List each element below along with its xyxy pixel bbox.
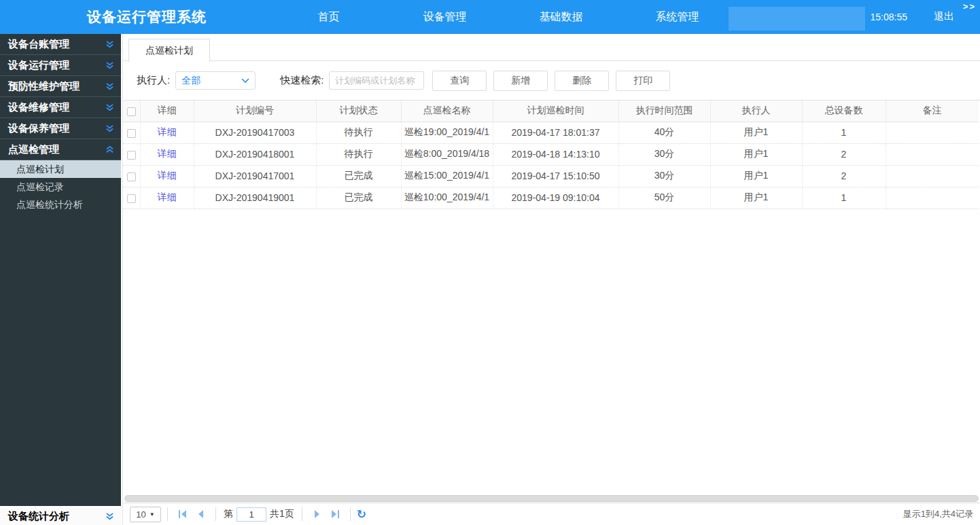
sidebar: 设备台账管理 设备运行管理 预防性维护管理 设备维修管理 设备保养管理 点巡检管… [0,34,122,525]
cell-range: 40分 [618,122,710,143]
nav-item-equipment[interactable]: 设备管理 [387,0,503,34]
row-checkbox[interactable] [127,194,136,203]
cell-executor: 用户1 [710,143,802,165]
cell-time: 2019-04-17 18:01:37 [493,122,618,143]
pagination-summary: 显示1到4,共4记录 [903,508,973,520]
sidebar-subitem-inspection-record[interactable]: 点巡检记录 [0,178,121,196]
main-nav: 首页 设备管理 基础数据 系统管理 [270,0,735,34]
cell-name: 巡检10:00_2019/4/1 [401,187,493,209]
cell-detail: 详细 [140,122,194,143]
next-page-icon [313,509,322,519]
app-title: 设备运行管理系统 [87,0,207,34]
sidebar-item-equipment-ledger[interactable]: 设备台账管理 [0,34,121,55]
query-button[interactable]: 查询 [432,71,487,91]
main-content: 点巡检计划 执行人: 全部 快速检索: 查询 新增 删除 打印 [122,34,980,525]
sidebar-item-label: 预防性维护管理 [8,80,80,93]
prev-page-button[interactable] [192,507,209,522]
column-header-device-count[interactable]: 总设备数 [802,101,886,122]
tab-inspection-plan[interactable]: 点巡检计划 [128,39,210,62]
sidebar-item-equipment-statistics[interactable]: 设备统计分析 [0,506,121,525]
chevron-double-down-icon [105,103,114,112]
column-header-time[interactable]: 计划巡检时间 [493,101,618,122]
pagination-bar: 10 ▼ 第 共1页 [123,503,980,525]
cell-range: 30分 [618,143,710,165]
sidebar-subitem-inspection-statistics[interactable]: 点巡检统计分析 [0,196,121,213]
cell-detail: 详细 [140,187,194,209]
sidebar-collapse-toggle[interactable]: >> [963,1,976,12]
chevron-double-down-icon [105,61,114,70]
cell-device-count: 1 [802,122,886,143]
sidebar-subitem-label: 点巡检计划 [16,164,64,175]
cell-plan-no: DXJ-20190417003 [194,122,316,143]
delete-button[interactable]: 删除 [555,71,609,91]
detail-link[interactable]: 详细 [158,192,177,202]
detail-link[interactable]: 详细 [158,148,177,159]
horizontal-scrollbar[interactable] [123,494,980,503]
table-row: 详细 DXJ-20190417001 已完成 巡检15:00_2019/4/1 … [123,165,979,187]
cell-status: 已完成 [316,165,401,187]
cell-device-count: 2 [802,143,886,165]
last-page-button[interactable] [326,507,344,522]
add-button[interactable]: 新增 [493,71,548,91]
column-header-remark[interactable]: 备注 [886,101,979,122]
cell-time: 2019-04-18 14:13:10 [493,143,618,165]
select-all-checkbox[interactable] [127,107,136,116]
row-checkbox[interactable] [127,173,136,181]
chevron-down-icon [241,78,249,84]
nav-item-system[interactable]: 系统管理 [619,0,735,34]
cell-executor: 用户1 [710,187,802,209]
cell-time: 2019-04-17 15:10:50 [493,165,618,187]
column-header-range[interactable]: 执行时间范围 [618,101,710,122]
nav-item-home[interactable]: 首页 [270,0,387,34]
cell-range: 30分 [618,165,710,187]
detail-link[interactable]: 详细 [158,126,177,137]
sidebar-item-equipment-repair[interactable]: 设备维修管理 [0,97,121,118]
cell-device-count: 2 [802,165,886,187]
executor-select-value: 全部 [181,75,241,87]
next-page-button[interactable] [309,507,326,522]
column-header-detail[interactable]: 详细 [140,101,194,122]
app-window: 设备运行管理系统 首页 设备管理 基础数据 系统管理 15:08:55 退出 >… [0,0,980,525]
row-checkbox[interactable] [127,129,136,138]
cell-checkbox [123,122,140,143]
chevron-double-down-icon [105,512,114,521]
top-header: 设备运行管理系统 首页 设备管理 基础数据 系统管理 15:08:55 退出 >… [0,0,980,34]
sidebar-subitem-inspection-plan[interactable]: 点巡检计划 [0,160,121,178]
refresh-icon[interactable]: ↻ [357,509,366,520]
sidebar-item-inspection-management[interactable]: 点巡检管理 [0,139,121,160]
cell-plan-no: DXJ-20190418001 [194,143,316,165]
sidebar-item-equipment-operation[interactable]: 设备运行管理 [0,55,121,76]
column-header-plan-no[interactable]: 计划编号 [194,101,316,122]
pager-separator [302,507,302,521]
first-page-button[interactable] [174,507,192,522]
nav-item-basic-data[interactable]: 基础数据 [503,0,619,34]
cell-plan-no: DXJ-20190419001 [194,187,316,209]
sidebar-item-preventive-maintenance[interactable]: 预防性维护管理 [0,76,121,97]
cell-checkbox [123,187,140,209]
page-number-input[interactable] [237,507,266,522]
sidebar-item-label: 设备维修管理 [8,101,69,114]
cell-status: 待执行 [316,122,401,143]
column-header-status[interactable]: 计划状态 [316,101,401,122]
scrollbar-thumb[interactable] [124,495,979,502]
column-header-executor[interactable]: 执行人 [710,101,802,122]
page-size-select[interactable]: 10 ▼ [130,507,161,522]
logout-button[interactable]: 退出 [934,10,954,23]
tab-strip: 点巡检计划 [123,34,980,61]
chevron-double-down-icon [105,82,114,91]
sidebar-item-equipment-upkeep[interactable]: 设备保养管理 [0,118,121,139]
column-header-name[interactable]: 点巡检名称 [401,101,493,122]
sidebar-item-label: 设备保养管理 [8,122,69,135]
executor-select[interactable]: 全部 [175,71,256,90]
cell-checkbox [123,143,140,165]
sidebar-item-label: 点巡检管理 [8,143,59,156]
quick-search-input[interactable] [329,71,424,90]
table-row: 详细 DXJ-20190418001 待执行 巡检8:00_2019/4/18 … [123,143,979,165]
cell-detail: 详细 [140,143,194,165]
detail-link[interactable]: 详细 [158,170,177,181]
table-header-row: 详细 计划编号 计划状态 点巡检名称 计划巡检时间 执行时间范围 执行人 总设备… [123,101,979,122]
sidebar-item-label: 设备统计分析 [8,510,69,523]
cell-detail: 详细 [140,165,194,187]
row-checkbox[interactable] [127,151,136,160]
print-button[interactable]: 打印 [616,71,670,91]
